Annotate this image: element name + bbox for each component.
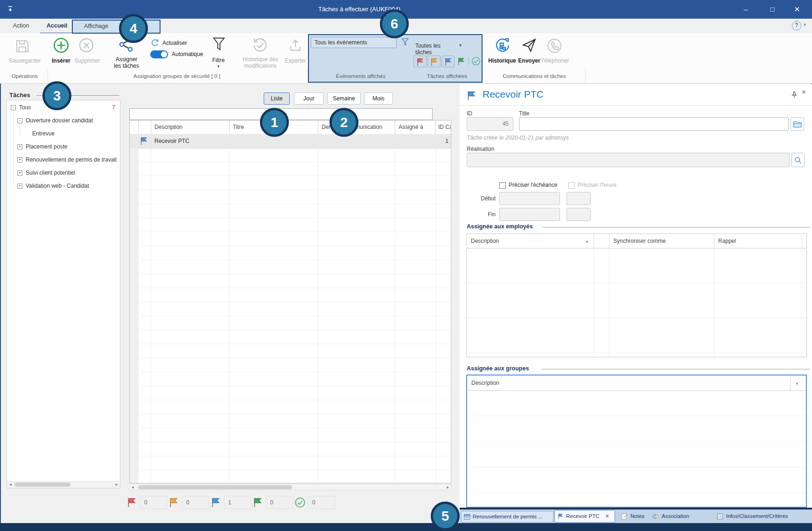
completed-filter-icon[interactable] xyxy=(471,56,481,66)
green-flag-icon xyxy=(252,496,264,509)
tree-hscrollbar[interactable]: ◂ ▸ xyxy=(7,481,119,488)
tree-item-ouverture-dossier-candidat[interactable]: - Ouverture dossier candidat xyxy=(8,116,119,127)
history-modifications-button[interactable]: Historique des modifications xyxy=(236,56,285,69)
employees-grid: Description ▲ Synchroniser comme Rappel xyxy=(466,234,807,357)
help-chevron-icon[interactable]: ▾ xyxy=(804,22,806,27)
sort-asc-icon[interactable]: ▲ xyxy=(585,239,589,243)
tree-item-placement-poste[interactable]: + Placement poste xyxy=(8,142,119,153)
tree-expander[interactable]: + xyxy=(17,170,22,176)
fin-time-field[interactable] xyxy=(567,208,591,221)
scroll-left-icon[interactable]: ◂ xyxy=(132,484,134,490)
blue-flag-filter-button[interactable] xyxy=(441,56,455,67)
events-funnel-icon[interactable] xyxy=(400,37,410,48)
tree-expander[interactable]: - xyxy=(17,118,22,123)
association-icon xyxy=(652,513,659,520)
scroll-right-icon[interactable]: ▸ xyxy=(115,481,118,488)
view-jour-button[interactable]: Jour xyxy=(294,92,324,105)
tab-affichage[interactable]: Affichage xyxy=(77,20,115,33)
col-synchroniser-comme[interactable]: Synchroniser comme xyxy=(613,238,666,244)
export-button[interactable]: Exporter xyxy=(280,57,311,64)
pin-icon[interactable] xyxy=(790,91,798,99)
tree-item-count: 7 xyxy=(112,104,115,111)
browse-button[interactable] xyxy=(791,117,804,131)
callout-number: 5 xyxy=(441,509,449,524)
tasks-filter-chevron-icon[interactable]: ▾ xyxy=(459,42,462,48)
communication-history-icon xyxy=(494,36,511,54)
callout-4: 4 xyxy=(119,14,148,43)
orange-flag-filter-button[interactable] xyxy=(427,56,441,67)
history-modifications-label-2: modifications xyxy=(236,63,285,69)
groups-grid-header: Description ▲ xyxy=(467,375,806,391)
tab-action[interactable]: Action xyxy=(7,19,35,33)
col-rappel[interactable]: Rappel xyxy=(718,238,736,244)
callout-number: 6 xyxy=(391,16,398,31)
tree-expander[interactable]: + xyxy=(17,144,22,149)
fin-date-field[interactable] xyxy=(499,208,560,221)
delete-button[interactable]: Supprimer xyxy=(71,57,104,64)
search-button[interactable] xyxy=(791,153,805,167)
view-semaine-button[interactable]: Semaine xyxy=(327,92,361,105)
tree-item-validation-web-candidat[interactable]: + Validation web - Candidat xyxy=(8,182,119,192)
filter-chevron-icon[interactable]: ▾ xyxy=(205,64,231,69)
tree-expander[interactable]: - xyxy=(11,105,16,110)
col-description[interactable]: Description xyxy=(471,380,499,386)
col-id-car[interactable]: ID Car xyxy=(438,124,451,130)
maximize-button[interactable]: □ xyxy=(764,4,780,15)
debut-time-field[interactable] xyxy=(567,192,591,205)
phone-button[interactable]: Téléphoner xyxy=(539,57,570,64)
help-icon[interactable]: ? xyxy=(792,21,801,30)
red-flag-filter-button[interactable] xyxy=(413,56,427,67)
echeance-label: Préciser l'échéance xyxy=(509,182,557,188)
close-button[interactable]: ✕ xyxy=(789,4,805,15)
tasks-tree: - Tous 7 - Ouverture dossier candidat En… xyxy=(7,100,120,489)
groups-grid[interactable]: Description ▲ xyxy=(466,375,807,508)
tab-accueil[interactable]: Accueil xyxy=(40,19,74,34)
tab-renouvellement[interactable]: Renouvellement de permis ... xyxy=(461,511,553,523)
view-mois-button[interactable]: Mois xyxy=(364,92,393,105)
tasks-filter-dropdown[interactable]: Toutes les tâches xyxy=(415,42,458,56)
scroll-right-icon[interactable]: ▸ xyxy=(447,484,449,490)
title-input[interactable] xyxy=(519,117,789,131)
echeance-checkbox[interactable] xyxy=(499,182,506,189)
save-button[interactable]: Sauvegarder xyxy=(4,57,46,64)
employees-group-title: Assignée aux employés xyxy=(467,223,533,230)
send-button[interactable]: Envoyer xyxy=(515,57,543,64)
heure-checkbox[interactable] xyxy=(568,182,575,189)
view-liste-button[interactable]: Liste xyxy=(264,92,290,105)
assign-tasks-button[interactable]: Assigner les tâches xyxy=(107,56,146,69)
red-flag-icon xyxy=(126,496,138,509)
automatic-toggle[interactable] xyxy=(150,50,168,58)
callout-6: 6 xyxy=(380,9,409,38)
filter-button[interactable]: Filtre xyxy=(205,57,231,64)
tree-item-suivi-client-potentiel[interactable]: + Suivi client potentiel xyxy=(8,169,119,179)
col-description[interactable]: Description xyxy=(154,124,182,130)
sort-asc-icon[interactable]: ▲ xyxy=(795,381,799,385)
tree-item-entrevue[interactable]: Entrevue xyxy=(8,129,119,140)
employees-grid-body xyxy=(467,248,806,357)
tasks-group-label: Tâches affichées xyxy=(413,73,482,79)
col-titre[interactable]: Titre xyxy=(233,124,244,130)
tab-label: Notes xyxy=(630,513,644,519)
task-row-recevoir-ptc[interactable]: Recevoir PTC 1 xyxy=(130,134,451,149)
green-flag-filter-button[interactable] xyxy=(456,57,467,66)
scroll-thumb[interactable] xyxy=(138,485,292,489)
scroll-left-icon[interactable]: ◂ xyxy=(9,481,12,488)
tab-close-icon[interactable]: × xyxy=(605,512,609,520)
scroll-thumb[interactable] xyxy=(14,482,70,487)
col-assigne-a[interactable]: Assigné à xyxy=(399,124,423,130)
tree-expander[interactable]: + xyxy=(17,184,22,189)
debut-date-field[interactable] xyxy=(499,192,560,205)
col-description[interactable]: Description xyxy=(471,238,499,244)
refresh-button[interactable]: Actualiser xyxy=(162,40,200,46)
events-filter-dropdown[interactable]: Tous les événements xyxy=(311,37,397,48)
grid-hscrollbar[interactable]: ◂ ▸ xyxy=(129,484,451,490)
tree-expander[interactable]: + xyxy=(17,157,22,163)
quick-access-icon[interactable] xyxy=(6,4,15,14)
panel-close-icon[interactable]: × xyxy=(802,88,806,96)
tree-item-renouvellement-permis[interactable]: + Renouvellement de permis de travail xyxy=(8,156,119,166)
minimize-button[interactable]: – xyxy=(738,4,754,15)
realisation-input[interactable] xyxy=(467,153,790,167)
tab-recevoir-ptc[interactable]: Recevoir PTC × xyxy=(554,510,615,523)
tab-infos-classement-criteres[interactable]: Infos/Classement/Critères xyxy=(716,511,810,523)
tab-association[interactable]: Association xyxy=(652,511,708,523)
